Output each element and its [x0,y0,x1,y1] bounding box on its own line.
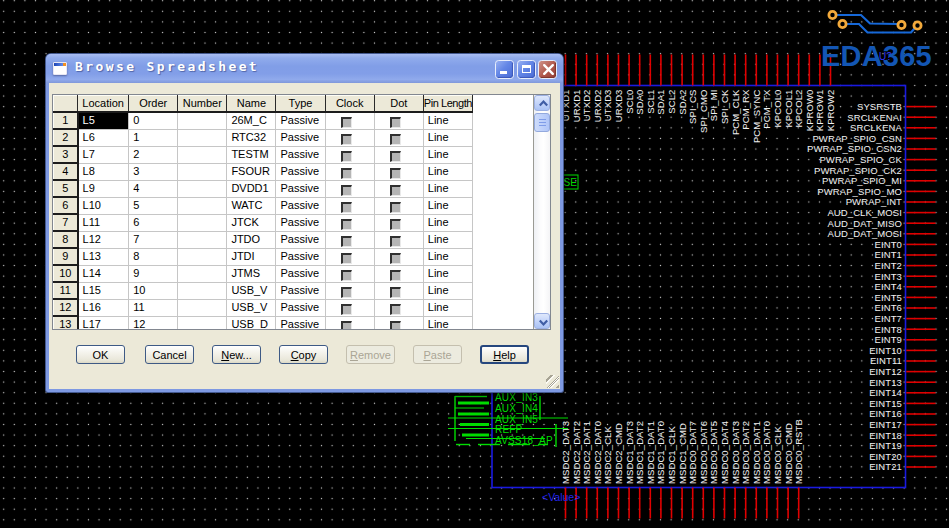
pin-label[interactable]: PCM_CLK [730,89,741,135]
cell-clock[interactable] [325,316,374,330]
pin-label[interactable]: REFP [495,424,523,435]
cell-pin-length[interactable]: Line [423,316,472,330]
cell-pin-length[interactable]: Line [423,129,472,146]
cell-type[interactable]: Passive [276,316,325,330]
pin-label[interactable]: SPI_CS [687,90,698,124]
cell-number[interactable] [178,265,227,282]
clock-checkbox[interactable] [341,134,352,145]
dot-checkbox[interactable] [390,236,401,247]
column-header-row[interactable] [54,96,78,113]
cell-number[interactable] [178,214,227,231]
pin-label[interactable]: MSDC2_CMD [613,423,624,484]
pin-label[interactable]: EINT21 [869,461,902,472]
cell-type[interactable]: Passive [276,129,325,146]
pin-label[interactable]: MSDC0_DAT6 [698,421,709,484]
pin-label[interactable]: PWRAP_SPIO_MO [817,186,902,197]
pin-label[interactable]: EINT1 [875,249,902,260]
cell-name[interactable]: JTDI [227,248,276,265]
ok-button[interactable]: OK [76,345,125,364]
cell-type[interactable]: Passive [276,214,325,231]
pin-label[interactable]: EINT15 [869,398,902,409]
cell-type[interactable]: Passive [276,112,325,129]
cell-pin-length[interactable]: Line [423,248,472,265]
clock-checkbox[interactable] [341,253,352,264]
column-header-pin-length[interactable]: Pin Length [423,96,472,113]
column-header-order[interactable]: Order [129,96,178,113]
cell-order[interactable]: 9 [129,265,178,282]
pin-label[interactable]: SPI_MI [708,90,719,122]
cell-type[interactable]: Passive [276,146,325,163]
pin-label[interactable]: EINT4 [875,281,902,292]
cell-type[interactable]: Passive [276,163,325,180]
pin-label[interactable]: URXD3 [613,90,624,123]
dot-checkbox[interactable] [390,270,401,281]
clock-checkbox[interactable] [341,287,352,298]
pin-label[interactable]: PCM_SYNC [751,89,762,143]
row-header[interactable]: 11 [54,282,78,299]
column-header-name[interactable]: Name [227,96,276,113]
cell-order[interactable]: 7 [129,231,178,248]
pin-label[interactable]: MSDC0_CLK [772,426,783,484]
pin-label[interactable]: AUD_DAT_MISO [828,218,902,229]
cell-order[interactable]: 1 [129,129,178,146]
net-label-text[interactable]: SE [564,177,578,188]
pin-label[interactable]: EINT6 [875,302,902,313]
highlighted-pins[interactable]: AUX_IN3AUX_IN4AUX_IN5REFPAVSS18_AP [448,392,568,447]
remove-button[interactable]: Remove [346,345,395,364]
cell-pin-length[interactable]: Line [423,146,472,163]
cell-clock[interactable] [325,146,374,163]
column-header-type[interactable]: Type [276,96,325,113]
cell-type[interactable]: Passive [276,282,325,299]
cell-location[interactable]: L9 [78,180,129,197]
cell-name[interactable]: TESTM [227,146,276,163]
cancel-button[interactable]: Cancel [145,345,194,364]
pin-label[interactable]: MSDC0_DAT0 [761,421,772,484]
cell-name[interactable]: FSOUR [227,163,276,180]
cell-order[interactable]: 0 [129,112,178,129]
cell-number[interactable] [178,146,227,163]
row-header[interactable]: 13 [54,316,78,330]
pin-label[interactable]: EINT13 [869,377,902,388]
cell-clock[interactable] [325,265,374,282]
cell-order[interactable]: 4 [129,180,178,197]
pin-label[interactable]: AUX_IN5 [495,414,538,425]
cell-name[interactable]: DVDD1 [227,180,276,197]
pin-label[interactable]: EINT12 [869,366,902,377]
pin-label[interactable]: MSDC1_CMD [677,423,688,484]
cell-number[interactable] [178,112,227,129]
pin-label[interactable]: MSDC0_DAT7 [687,421,698,484]
pin-label[interactable]: SCL2 [666,90,677,114]
pin-label[interactable]: EINT17 [869,419,902,430]
clock-checkbox[interactable] [341,236,352,247]
clock-checkbox[interactable] [341,168,352,179]
pin-label[interactable]: UTXD2 [581,90,592,122]
pin-label[interactable]: URXD2 [592,90,603,123]
pin-label[interactable]: SPI_CK [719,89,730,124]
pin-label[interactable]: MSDC0_DAT1 [751,421,762,484]
cell-location[interactable]: L7 [78,146,129,163]
cell-name[interactable]: WATC [227,197,276,214]
cell-number[interactable] [178,248,227,265]
cell-type[interactable]: Passive [276,231,325,248]
ic-right-pins[interactable]: SYSRSTBSRCLKENAISRCLKENAPWRAP_SPIO_CSNPW… [807,101,935,472]
cell-location[interactable]: L17 [78,316,129,330]
pin-label[interactable]: AUD_DAT_MOSI [828,228,902,239]
cell-dot[interactable] [374,197,423,214]
dot-checkbox[interactable] [390,117,401,128]
pin-label[interactable]: MSDC2_DAT1 [581,421,592,484]
pin-label[interactable]: EINT8 [875,324,902,335]
cell-clock[interactable] [325,214,374,231]
cell-name[interactable]: USB_D [227,316,276,330]
cell-location[interactable]: L12 [78,231,129,248]
pin-label[interactable]: MSDC0_DAT5 [708,421,719,484]
value-placeholder-label[interactable]: <Value> [542,491,580,503]
row-header[interactable]: 1 [54,112,78,129]
pin-label[interactable]: MSDC0_RSTB [793,419,804,484]
cell-name[interactable]: USB_V [227,299,276,316]
column-header-dot[interactable]: Dot [374,96,423,113]
cell-dot[interactable] [374,265,423,282]
pin-label[interactable]: PWRAP_SPIO_CSN [812,133,902,144]
pin-label[interactable]: PWRAP_SPIO_CK2 [814,165,902,176]
cell-order[interactable]: 2 [129,146,178,163]
pin-label[interactable]: AUD_CLK_MOSI [827,207,902,218]
